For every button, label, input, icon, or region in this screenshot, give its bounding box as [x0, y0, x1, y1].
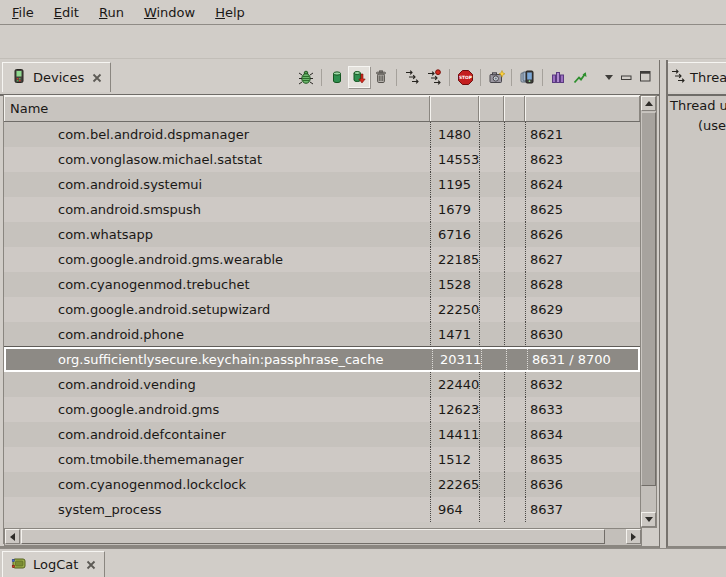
table-row[interactable]: com.whatsapp67168626 [4, 222, 640, 247]
cell-c3 [479, 197, 504, 222]
update-heap-button[interactable] [326, 66, 348, 88]
view-window-buttons [605, 70, 651, 85]
cell-name: com.cyanogenmod.trebuchet [4, 272, 430, 297]
cell-port: 8637 [525, 497, 640, 522]
close-icon[interactable] [86, 560, 96, 570]
cell-pid: 1512 [430, 447, 479, 472]
screen-capture-button[interactable] [485, 66, 507, 88]
dump-hprof-button[interactable] [348, 66, 370, 88]
cell-name: com.google.android.setupwizard [4, 297, 430, 322]
devices-tab-row: Devices [0, 60, 659, 96]
minimize-icon[interactable] [621, 70, 632, 85]
threads-message-line1: Thread updates not enabled for selected … [670, 98, 726, 113]
cell-pid: 6716 [430, 222, 479, 247]
cell-port: 8633 [525, 397, 640, 422]
scroll-down-button[interactable] [641, 512, 656, 527]
cell-c3 [479, 397, 504, 422]
camera-icon [488, 69, 505, 85]
table-row[interactable]: com.google.android.gms126238633 [4, 397, 640, 422]
table-row[interactable]: com.android.vending224408632 [4, 372, 640, 397]
cell-pid: 12623 [430, 397, 479, 422]
threads-content: Thread updates not enabled for selected … [668, 96, 726, 546]
cell-name: com.android.phone [4, 322, 430, 347]
scroll-right-button[interactable] [626, 529, 641, 544]
start-method-profiling-button[interactable] [423, 66, 445, 88]
table-row[interactable]: com.cyanogenmod.trebuchet15288628 [4, 272, 640, 297]
svg-text:STOP: STOP [458, 75, 472, 80]
horizontal-scrollbar[interactable] [4, 528, 642, 546]
cell-name: com.cyanogenmod.lockclock [4, 472, 430, 497]
cell-pid: 22250 [430, 297, 479, 322]
cell-port: 8625 [525, 197, 640, 222]
cell-c4 [504, 172, 525, 197]
cell-port: 8629 [525, 297, 640, 322]
cell-pid: 22440 [430, 372, 479, 397]
table-row[interactable]: com.android.phone14718630 [4, 322, 640, 347]
cell-c3 [479, 147, 504, 172]
column-header-pid[interactable] [430, 96, 479, 121]
maximize-icon[interactable] [640, 70, 651, 85]
menu-window[interactable]: Window [134, 5, 205, 20]
cell-c4 [504, 422, 525, 447]
stop-process-button[interactable]: STOP [454, 66, 476, 88]
cell-c4 [504, 272, 525, 297]
tab-threads-label: Threads [690, 70, 726, 85]
table-row[interactable]: com.google.android.gms.wearable221858627 [4, 247, 640, 272]
cell-pid: 22185 [430, 247, 479, 272]
debug-process-button[interactable] [295, 66, 317, 88]
scroll-left-button[interactable] [5, 529, 20, 544]
table-row[interactable]: com.cyanogenmod.lockclock222658636 [4, 472, 640, 497]
tab-devices[interactable]: Devices [2, 62, 111, 92]
threads-message-line2: (use toolbar button to enable) [698, 118, 726, 133]
column-header-port[interactable] [525, 96, 640, 121]
cell-port: 8635 [525, 447, 640, 472]
cell-c4 [504, 222, 525, 247]
menu-run[interactable]: Run [89, 5, 134, 20]
menu-help[interactable]: Help [205, 5, 255, 20]
opengl-trace-button[interactable] [569, 66, 591, 88]
cell-c3 [479, 272, 504, 297]
table-row-selected[interactable]: org.sufficientlysecure.keychain:passphra… [4, 347, 640, 372]
horizontal-scroll-thumb[interactable] [21, 529, 605, 544]
cell-c4 [504, 497, 525, 522]
cell-name: com.android.vending [4, 372, 430, 397]
table-row[interactable]: com.google.android.setupwizard222508629 [4, 297, 640, 322]
cell-pid: 22265 [430, 472, 479, 497]
systrace-button[interactable] [547, 66, 569, 88]
logcat-icon [11, 555, 27, 574]
cell-name: com.android.smspush [4, 197, 430, 222]
table-row[interactable]: com.android.smspush16798625 [4, 197, 640, 222]
update-threads-button[interactable] [401, 66, 423, 88]
table-row[interactable]: com.tmobile.thememanager15128635 [4, 447, 640, 472]
cell-pid: 1480 [430, 122, 479, 147]
table-row[interactable]: com.android.systemui11958624 [4, 172, 640, 197]
cell-name: com.google.android.gms.wearable [4, 247, 430, 272]
cell-c3 [479, 222, 504, 247]
view-menu-icon[interactable] [605, 75, 613, 80]
column-header-name[interactable]: Name [4, 96, 430, 121]
cell-port: 8623 [525, 147, 640, 172]
heap-cylinder-icon [329, 69, 345, 85]
menu-file[interactable]: File [2, 5, 44, 20]
table-row[interactable]: com.android.defcontainer144118634 [4, 422, 640, 447]
vertical-scrollbar[interactable] [640, 95, 657, 528]
cell-c4 [504, 122, 525, 147]
device-view-button[interactable] [516, 66, 538, 88]
table-row[interactable]: com.vonglasow.michael.satstat145538623 [4, 147, 640, 172]
column-header-4[interactable] [504, 96, 525, 121]
table-row[interactable]: system_process9648637 [4, 497, 640, 522]
tab-logcat-label: LogCat [33, 557, 78, 572]
menu-edit[interactable]: Edit [44, 5, 89, 20]
cell-name: org.sufficientlysecure.keychain:passphra… [6, 349, 432, 370]
column-header-3[interactable] [479, 96, 504, 121]
close-icon[interactable] [92, 73, 102, 83]
table-row[interactable]: com.bel.android.dspmanager14808621 [4, 122, 640, 147]
vertical-scroll-thumb[interactable] [641, 112, 656, 486]
scroll-up-button[interactable] [641, 96, 656, 111]
toolbar-separator [449, 69, 450, 86]
tab-logcat[interactable]: LogCat [2, 551, 105, 577]
tab-threads[interactable]: Threads [668, 62, 726, 92]
cell-pid: 1195 [430, 172, 479, 197]
table-header: Name [4, 95, 640, 122]
cause-gc-button[interactable] [370, 66, 392, 88]
